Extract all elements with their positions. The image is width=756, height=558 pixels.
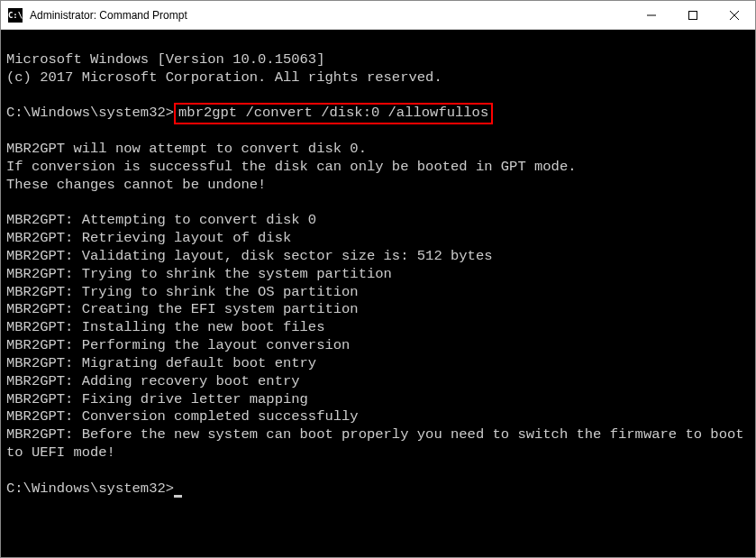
terminal-content[interactable]: Microsoft Windows [Version 10.0.15063] (… <box>1 30 755 557</box>
terminal-line: MBR2GPT: Performing the layout conversio… <box>6 337 350 353</box>
terminal-line: These changes cannot be undone! <box>6 177 266 193</box>
cursor <box>174 495 182 498</box>
maximize-icon <box>688 11 697 20</box>
terminal-line: MBR2GPT: Conversion completed successful… <box>6 408 359 425</box>
maximize-button[interactable] <box>672 1 714 30</box>
terminal-line: MBR2GPT: Migrating default boot entry <box>6 355 316 371</box>
terminal-line: If conversion is successful the disk can… <box>6 159 577 175</box>
terminal-line: MBR2GPT: Creating the EFI system partiti… <box>6 301 359 317</box>
terminal-line: MBR2GPT: Adding recovery boot entry <box>6 373 300 389</box>
terminal-line: MBR2GPT: Fixing drive letter mapping <box>6 391 308 407</box>
close-icon <box>730 11 739 20</box>
terminal-line: MBR2GPT: Before the new system can boot … <box>6 426 752 461</box>
terminal-line: MBR2GPT: Validating layout, disk sector … <box>6 248 493 264</box>
terminal-line: MBR2GPT: Trying to shrink the system par… <box>6 266 392 282</box>
window-title: Administrator: Command Prompt <box>30 9 187 22</box>
terminal-line: Microsoft Windows [Version 10.0.15063] <box>6 51 324 68</box>
titlebar-left: C:\ Administrator: Command Prompt <box>1 8 187 23</box>
terminal-line: MBR2GPT: Retrieving layout of disk <box>6 230 291 246</box>
prompt-prefix: C:\Windows\system32> <box>6 480 174 497</box>
command-prompt-window: C:\ Administrator: Command Prompt Micros… <box>0 0 756 558</box>
terminal-line: (c) 2017 Microsoft Corporation. All righ… <box>6 69 442 86</box>
titlebar[interactable]: C:\ Administrator: Command Prompt <box>1 1 755 30</box>
terminal-line: MBR2GPT: Attempting to convert disk 0 <box>6 212 316 228</box>
highlighted-command: mbr2gpt /convert /disk:0 /allowfullos <box>174 103 493 124</box>
cmd-icon: C:\ <box>8 8 23 23</box>
svg-rect-1 <box>689 11 697 19</box>
close-button[interactable] <box>714 1 755 30</box>
terminal-line: MBR2GPT: Trying to shrink the OS partiti… <box>6 284 359 300</box>
terminal-line: MBR2GPT: Installing the new boot files <box>6 319 324 335</box>
window-controls <box>631 1 755 30</box>
prompt-prefix: C:\Windows\system32> <box>6 105 174 121</box>
minimize-button[interactable] <box>631 1 672 30</box>
terminal-line: MBR2GPT will now attempt to convert disk… <box>6 141 367 157</box>
minimize-icon <box>647 11 656 20</box>
